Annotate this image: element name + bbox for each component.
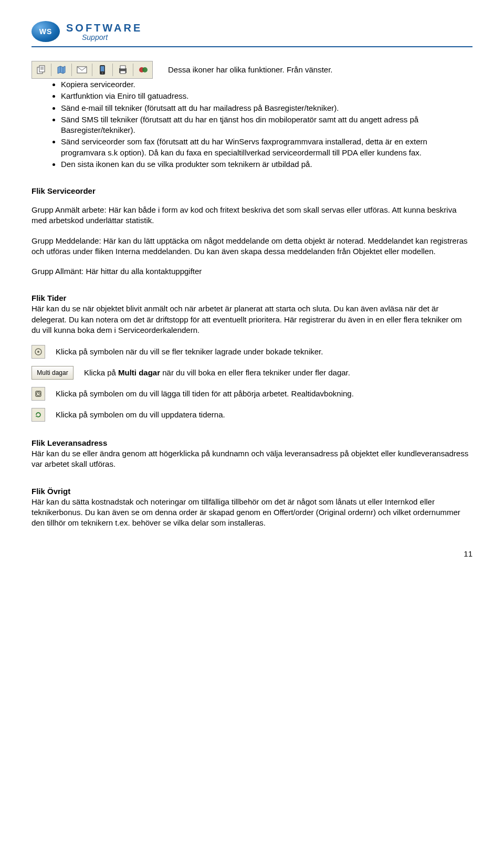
multi-dagar-button[interactable]: Multi dagar (32, 366, 74, 380)
toolbar-separator (51, 64, 51, 76)
refresh-icon[interactable] (32, 408, 45, 422)
icon-line-text: Klicka på Multi dagar när du vill boka e… (84, 368, 472, 378)
svg-rect-10 (101, 66, 104, 71)
multi-dagar-label: Multi dagar (37, 369, 68, 376)
svg-point-11 (102, 72, 103, 74)
icon-line-more-technicians: Klicka på symbolen när du vill se fler t… (32, 345, 472, 359)
paragraph: Grupp Allmänt: Här hittar du alla kontak… (32, 266, 472, 277)
paragraph: Grupp Anmält arbete: Här kan både i form… (32, 205, 472, 226)
icon-line-multi-dagar: Multi dagar Klicka på Multi dagar när du… (32, 366, 472, 380)
paragraph: Grupp Meddelande: Här kan du lätt upptäc… (32, 236, 472, 257)
intro-text: Dessa ikoner har olika funktioner. Från … (168, 65, 472, 74)
logo-title: SOFTWARE (66, 22, 142, 34)
icon-line-text: Klicka på symbolen när du vill se fler t… (56, 347, 472, 357)
svg-rect-14 (120, 71, 125, 74)
svg-point-16 (142, 67, 148, 72)
icon-line-text: Klicka på symbolen om du vill uppdatera … (56, 410, 472, 420)
list-item: Den sista ikonen kan du se vilka produkt… (61, 159, 472, 170)
list-item: Sänd e-mail till tekniker (förutsatt att… (61, 103, 472, 113)
list-item: Kartfunktion via Eniro till gatuadress. (61, 91, 472, 101)
toolbar-separator (133, 64, 133, 76)
toolbar-separator (112, 64, 113, 76)
logo: WS SOFTWARE Support (32, 21, 142, 42)
icon-toolbar (32, 61, 153, 79)
header-rule (32, 46, 472, 47)
text-bold: Multi dagar (118, 368, 160, 377)
mobile-sms-icon[interactable] (94, 62, 110, 77)
text-fragment: Klicka på (84, 368, 118, 377)
map-icon[interactable] (54, 62, 69, 77)
copy-icon[interactable] (33, 62, 49, 77)
paragraph: Här kan du se eller ändra genom att höge… (32, 448, 472, 470)
logo-badge: WS (32, 21, 60, 42)
svg-point-18 (37, 351, 39, 353)
heading-leveransadress: Flik Leveransadress (32, 438, 472, 447)
heading-ovrigt: Flik Övrigt (32, 487, 472, 496)
add-time-icon[interactable] (32, 387, 45, 401)
toolbar-separator (71, 64, 72, 76)
list-item: Sänd SMS till tekniker (förutsatt att du… (61, 114, 472, 136)
svg-marker-5 (58, 66, 65, 74)
page-number: 11 (32, 549, 472, 558)
heading-tider: Flik Tider (32, 294, 472, 302)
list-item: Sänd serviceorder som fax (förutsatt att… (61, 137, 472, 158)
toolbar-separator (92, 64, 92, 76)
svg-rect-13 (120, 66, 125, 69)
more-technicians-icon[interactable] (32, 345, 45, 359)
icon-line-text: Klicka på symbolen om du vill lägga till… (56, 389, 472, 399)
list-item: Kopiera serviceorder. (61, 79, 472, 90)
products-icon[interactable] (135, 62, 151, 77)
logo-subtitle: Support (82, 33, 142, 41)
heading-serviceorder: Flik Serviceorder (32, 186, 472, 195)
paragraph: Här kan du sätta kostnadstak och noterin… (32, 497, 472, 529)
text-fragment: när du vill boka en eller flera tekniker… (160, 368, 350, 377)
logo-header: WS SOFTWARE Support (32, 21, 472, 42)
paragraph: Här kan du se när objektet blivit anmält… (32, 303, 472, 336)
logo-title-block: SOFTWARE Support (66, 22, 142, 41)
mail-icon[interactable] (74, 62, 90, 77)
icon-line-refresh-times: Klicka på symbolen om du vill uppdatera … (32, 408, 472, 422)
fax-icon[interactable] (115, 62, 131, 77)
icon-description-list: Kopiera serviceorder. Kartfunktion via E… (32, 79, 472, 170)
svg-rect-1 (39, 66, 45, 72)
logo-badge-text: WS (39, 27, 52, 36)
icon-line-add-time: Klicka på symbolen om du vill lägga till… (32, 387, 472, 401)
